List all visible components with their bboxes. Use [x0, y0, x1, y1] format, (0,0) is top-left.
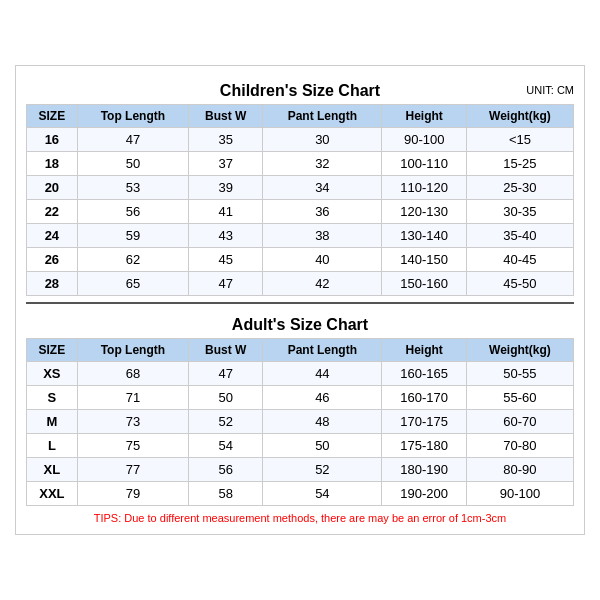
- table-cell: 41: [189, 200, 263, 224]
- children-table-body: 1647353090-100<1518503732100-11015-25205…: [27, 128, 574, 296]
- table-cell: 42: [263, 272, 382, 296]
- table-cell: 36: [263, 200, 382, 224]
- table-cell: 52: [189, 410, 263, 434]
- table-cell: 120-130: [382, 200, 467, 224]
- table-cell: 71: [77, 386, 188, 410]
- unit-label: UNIT: CM: [526, 84, 574, 96]
- table-cell: 16: [27, 128, 78, 152]
- table-cell: 54: [189, 434, 263, 458]
- table-cell: 59: [77, 224, 188, 248]
- adult-section-title: Adult's Size Chart: [26, 310, 574, 338]
- table-row: L755450175-18070-80: [27, 434, 574, 458]
- header-top-length: Top Length: [77, 105, 188, 128]
- table-cell: 180-190: [382, 458, 467, 482]
- table-row: 22564136120-13030-35: [27, 200, 574, 224]
- table-row: 20533934110-12025-30: [27, 176, 574, 200]
- table-cell: 130-140: [382, 224, 467, 248]
- children-section-title: Children's Size Chart UNIT: CM: [26, 76, 574, 104]
- table-cell: 48: [263, 410, 382, 434]
- table-cell: 40: [263, 248, 382, 272]
- table-cell: 73: [77, 410, 188, 434]
- table-cell: 28: [27, 272, 78, 296]
- table-row: S715046160-17055-60: [27, 386, 574, 410]
- table-cell: 45: [189, 248, 263, 272]
- table-cell: 47: [77, 128, 188, 152]
- table-cell: 150-160: [382, 272, 467, 296]
- table-cell: 53: [77, 176, 188, 200]
- table-cell: 170-175: [382, 410, 467, 434]
- table-cell: 58: [189, 482, 263, 506]
- table-cell: 50-55: [466, 362, 573, 386]
- table-cell: 50: [189, 386, 263, 410]
- table-row: 18503732100-11015-25: [27, 152, 574, 176]
- table-cell: 30-35: [466, 200, 573, 224]
- children-table-header: SIZE Top Length Bust W Pant Length Heigh…: [27, 105, 574, 128]
- table-cell: 30: [263, 128, 382, 152]
- table-cell: 190-200: [382, 482, 467, 506]
- table-cell: 24: [27, 224, 78, 248]
- adult-header-height: Height: [382, 339, 467, 362]
- adult-header-top-length: Top Length: [77, 339, 188, 362]
- table-cell: 34: [263, 176, 382, 200]
- header-weight: Weight(kg): [466, 105, 573, 128]
- tips-text: TIPS: Due to different measurement metho…: [26, 512, 574, 524]
- table-cell: XS: [27, 362, 78, 386]
- table-row: XS684744160-16550-55: [27, 362, 574, 386]
- adult-size-table: SIZE Top Length Bust W Pant Length Heigh…: [26, 338, 574, 506]
- table-cell: 54: [263, 482, 382, 506]
- adult-header-weight: Weight(kg): [466, 339, 573, 362]
- header-size: SIZE: [27, 105, 78, 128]
- table-cell: 140-150: [382, 248, 467, 272]
- table-cell: 35: [189, 128, 263, 152]
- table-cell: 44: [263, 362, 382, 386]
- table-cell: 47: [189, 272, 263, 296]
- table-cell: 68: [77, 362, 188, 386]
- children-title-text: Children's Size Chart: [220, 82, 380, 99]
- table-row: 26624540140-15040-45: [27, 248, 574, 272]
- table-cell: 32: [263, 152, 382, 176]
- table-cell: 90-100: [382, 128, 467, 152]
- table-cell: 50: [263, 434, 382, 458]
- table-cell: 160-165: [382, 362, 467, 386]
- table-cell: 25-30: [466, 176, 573, 200]
- table-cell: 90-100: [466, 482, 573, 506]
- table-cell: 79: [77, 482, 188, 506]
- header-height: Height: [382, 105, 467, 128]
- table-cell: 45-50: [466, 272, 573, 296]
- table-cell: 38: [263, 224, 382, 248]
- adult-table-header: SIZE Top Length Bust W Pant Length Heigh…: [27, 339, 574, 362]
- table-cell: XL: [27, 458, 78, 482]
- table-cell: S: [27, 386, 78, 410]
- table-cell: 20: [27, 176, 78, 200]
- table-cell: 40-45: [466, 248, 573, 272]
- table-cell: L: [27, 434, 78, 458]
- table-row: XL775652180-19080-90: [27, 458, 574, 482]
- table-cell: 65: [77, 272, 188, 296]
- adult-header-bust-w: Bust W: [189, 339, 263, 362]
- table-cell: 75: [77, 434, 188, 458]
- table-cell: 37: [189, 152, 263, 176]
- table-cell: 56: [77, 200, 188, 224]
- table-cell: 26: [27, 248, 78, 272]
- adult-table-body: XS684744160-16550-55S715046160-17055-60M…: [27, 362, 574, 506]
- adult-header-pant-length: Pant Length: [263, 339, 382, 362]
- children-size-table: SIZE Top Length Bust W Pant Length Heigh…: [26, 104, 574, 296]
- table-cell: 77: [77, 458, 188, 482]
- table-cell: 52: [263, 458, 382, 482]
- table-cell: 80-90: [466, 458, 573, 482]
- table-cell: 22: [27, 200, 78, 224]
- table-cell: 160-170: [382, 386, 467, 410]
- table-cell: 39: [189, 176, 263, 200]
- table-cell: 35-40: [466, 224, 573, 248]
- table-cell: 175-180: [382, 434, 467, 458]
- table-cell: 46: [263, 386, 382, 410]
- header-pant-length: Pant Length: [263, 105, 382, 128]
- size-chart-container: Children's Size Chart UNIT: CM SIZE Top …: [15, 65, 585, 535]
- table-cell: 18: [27, 152, 78, 176]
- table-cell: 60-70: [466, 410, 573, 434]
- table-cell: 56: [189, 458, 263, 482]
- table-row: 28654742150-16045-50: [27, 272, 574, 296]
- table-cell: 15-25: [466, 152, 573, 176]
- table-cell: M: [27, 410, 78, 434]
- table-cell: 47: [189, 362, 263, 386]
